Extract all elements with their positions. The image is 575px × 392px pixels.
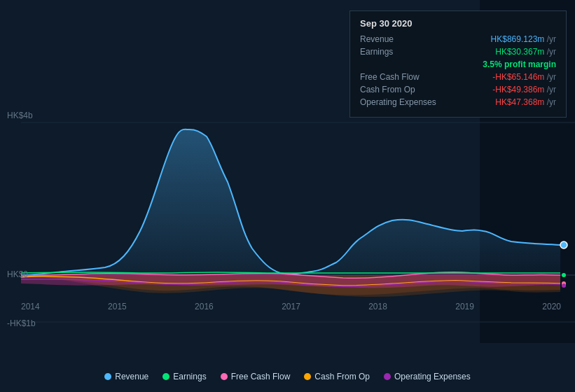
legend-revenue-label: Revenue xyxy=(115,372,148,382)
tooltip-revenue-row: Revenue HK$869.123m /yr xyxy=(360,34,556,44)
legend-earnings[interactable]: Earnings xyxy=(162,372,206,382)
legend-opex-dot xyxy=(384,373,391,380)
legend-opex-label: Operating Expenses xyxy=(394,372,471,382)
tooltip-fcf-label: Free Cash Flow xyxy=(360,72,420,82)
x-label-2015: 2015 xyxy=(108,302,127,312)
legend-earnings-dot xyxy=(162,373,169,380)
legend-earnings-label: Earnings xyxy=(173,372,206,382)
tooltip-earnings-value: HK$30.367m /yr xyxy=(495,47,556,57)
tooltip-date: Sep 30 2020 xyxy=(360,18,556,29)
svg-point-6 xyxy=(562,273,566,277)
tooltip-cashop-row: Cash From Op -HK$49.386m /yr xyxy=(360,85,556,94)
tooltip-margin: 3.5% profit margin xyxy=(360,59,556,69)
tooltip-earnings-row: Earnings HK$30.367m /yr xyxy=(360,47,556,57)
x-label-2014: 2014 xyxy=(21,302,40,312)
tooltip-cashop-label: Cash From Op xyxy=(360,85,415,94)
y-label-4b: HK$4b xyxy=(7,111,33,120)
x-axis-labels: 2014 2015 2016 2017 2018 2019 2020 xyxy=(21,302,575,312)
legend-fcf-dot xyxy=(221,373,228,380)
y-label-neg1b: -HK$1b xyxy=(7,318,36,328)
tooltip-earnings-label: Earnings xyxy=(360,47,393,57)
legend-cashop[interactable]: Cash From Op xyxy=(304,372,370,382)
legend-opex[interactable]: Operating Expenses xyxy=(384,372,471,382)
tooltip-panel: Sep 30 2020 Revenue HK$869.123m /yr Earn… xyxy=(349,10,567,118)
legend-cashop-dot xyxy=(304,373,311,380)
legend-fcf-label: Free Cash Flow xyxy=(231,372,291,382)
svg-point-9 xyxy=(562,284,566,288)
tooltip-revenue-label: Revenue xyxy=(360,34,394,44)
x-label-2019: 2019 xyxy=(455,302,474,312)
x-label-2018: 2018 xyxy=(368,302,387,312)
tooltip-revenue-value: HK$869.123m /yr xyxy=(491,34,556,44)
x-label-2020: 2020 xyxy=(542,302,561,312)
y-label-0: HK$0 xyxy=(7,270,28,279)
legend-revenue[interactable]: Revenue xyxy=(104,372,148,382)
legend-fcf[interactable]: Free Cash Flow xyxy=(221,372,291,382)
tooltip-opex-label: Operating Expenses xyxy=(360,97,436,107)
x-label-2017: 2017 xyxy=(282,302,300,312)
tooltip-opex-value: HK$47.368m /yr xyxy=(495,97,556,107)
tooltip-cashop-value: -HK$49.386m /yr xyxy=(492,85,556,94)
legend-cashop-label: Cash From Op xyxy=(314,372,370,382)
chart-legend: Revenue Earnings Free Cash Flow Cash Fro… xyxy=(0,372,575,382)
legend-revenue-dot xyxy=(104,373,111,380)
tooltip-fcf-value: -HK$65.146m /yr xyxy=(492,72,556,82)
tooltip-opex-row: Operating Expenses HK$47.368m /yr xyxy=(360,97,556,107)
x-label-2016: 2016 xyxy=(195,302,214,312)
svg-point-5 xyxy=(560,241,567,248)
tooltip-fcf-row: Free Cash Flow -HK$65.146m /yr xyxy=(360,72,556,82)
